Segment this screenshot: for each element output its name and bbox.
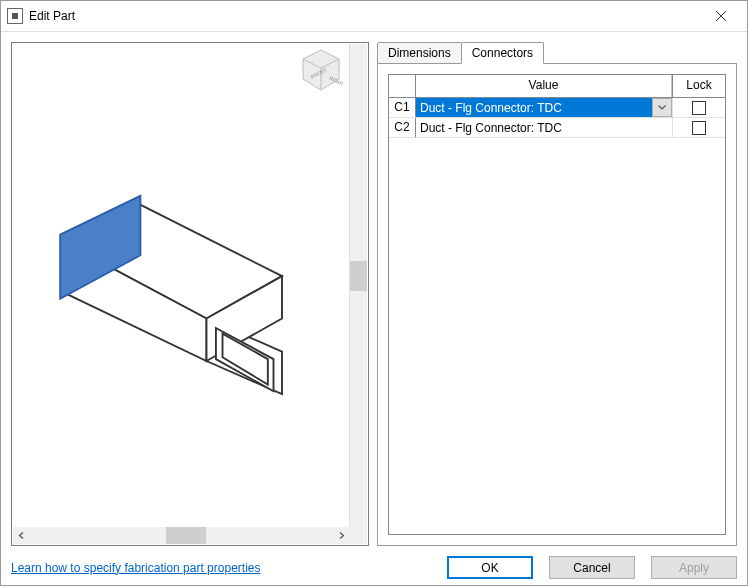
lock-checkbox[interactable]	[692, 101, 706, 115]
row-header: C2	[389, 118, 416, 137]
row-header: C1	[389, 98, 416, 117]
grid-header-rowcol	[389, 75, 416, 97]
duct-part-icon	[13, 44, 349, 527]
help-link[interactable]: Learn how to specify fabrication part pr…	[11, 561, 260, 575]
preview-viewport[interactable]: FRONT RIGHT	[11, 42, 369, 546]
connectors-grid: Value Lock C1 Duct - Flg Connector: TDC	[388, 74, 726, 535]
tab-dimensions[interactable]: Dimensions	[377, 42, 462, 64]
grid-row-c2[interactable]: C2 Duct - Flg Connector: TDC	[389, 118, 725, 138]
hscroll-thumb[interactable]	[166, 527, 206, 544]
grid-header-lock[interactable]: Lock	[672, 75, 725, 97]
cell-lock	[673, 118, 725, 137]
grid-row-c1[interactable]: C1 Duct - Flg Connector: TDC	[389, 98, 725, 118]
preview-panel: FRONT RIGHT	[11, 42, 369, 546]
cell-lock	[673, 98, 725, 117]
hscroll-track[interactable]	[30, 527, 333, 544]
tab-content-connectors: Value Lock C1 Duct - Flg Connector: TDC	[377, 63, 737, 546]
dialog-body: FRONT RIGHT	[1, 32, 747, 585]
grid-header-value[interactable]: Value	[416, 75, 672, 97]
tab-strip: Dimensions Connectors	[377, 42, 737, 64]
window-title: Edit Part	[29, 9, 699, 23]
main-area: FRONT RIGHT	[1, 32, 747, 550]
hscroll-left-button[interactable]	[13, 527, 30, 544]
apply-button[interactable]: Apply	[651, 556, 737, 579]
cell-value-text: Duct - Flg Connector: TDC	[416, 118, 672, 137]
value-dropdown-button[interactable]	[652, 98, 672, 117]
cancel-button[interactable]: Cancel	[549, 556, 635, 579]
hscroll-right-button[interactable]	[333, 527, 350, 544]
close-icon	[716, 11, 726, 21]
svg-text:RIGHT: RIGHT	[329, 75, 343, 88]
scroll-corner	[350, 527, 367, 544]
preview-hscrollbar[interactable]	[13, 527, 367, 544]
cell-value[interactable]: Duct - Flg Connector: TDC	[416, 98, 673, 117]
edit-part-window: Edit Part	[0, 0, 748, 586]
app-icon	[7, 8, 23, 24]
properties-panel: Dimensions Connectors Value Lock C1	[377, 42, 737, 546]
tab-connectors[interactable]: Connectors	[461, 42, 544, 64]
preview-vscroll-thumb[interactable]	[350, 261, 367, 291]
preview-canvas[interactable]: FRONT RIGHT	[13, 44, 349, 527]
ok-button[interactable]: OK	[447, 556, 533, 579]
dialog-footer: Learn how to specify fabrication part pr…	[1, 550, 747, 585]
chevron-down-icon	[658, 105, 666, 110]
close-button[interactable]	[699, 2, 743, 30]
preview-vscrollbar[interactable]	[349, 44, 367, 527]
cell-value-text: Duct - Flg Connector: TDC	[416, 98, 652, 117]
grid-body: C1 Duct - Flg Connector: TDC	[389, 98, 725, 534]
viewcube-icon: FRONT RIGHT	[299, 48, 343, 92]
grid-header: Value Lock	[389, 75, 725, 98]
lock-checkbox[interactable]	[692, 121, 706, 135]
cell-value[interactable]: Duct - Flg Connector: TDC	[416, 118, 673, 137]
viewcube[interactable]: FRONT RIGHT	[299, 48, 343, 92]
titlebar: Edit Part	[1, 1, 747, 32]
